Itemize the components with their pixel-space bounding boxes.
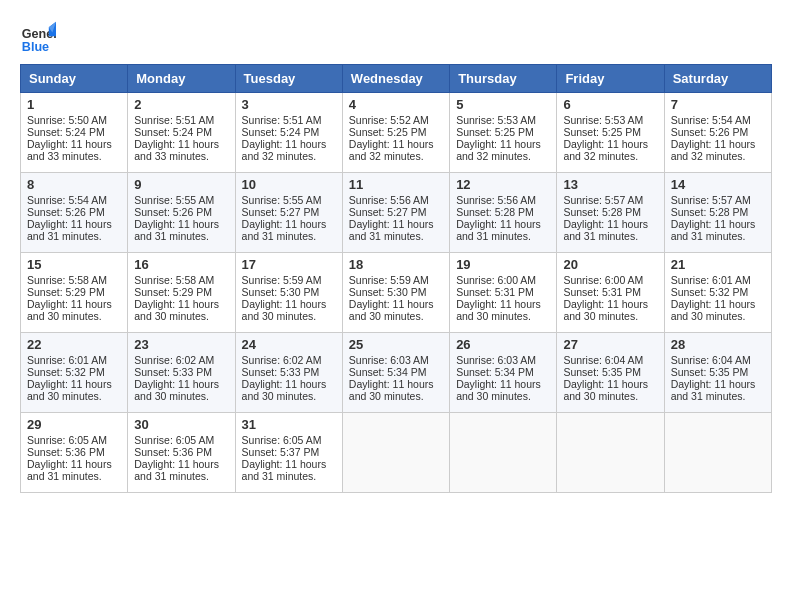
calendar-cell: 2 Sunrise: 5:51 AM Sunset: 5:24 PM Dayli… <box>128 93 235 173</box>
daylight-label: Daylight: 11 hours <box>456 378 541 390</box>
daylight-label: Daylight: 11 hours <box>456 298 541 310</box>
day-number: 4 <box>349 97 443 112</box>
daylight-label: Daylight: 11 hours <box>563 378 648 390</box>
day-header-saturday: Saturday <box>664 65 771 93</box>
sunrise-text: Sunrise: 5:50 AM <box>27 114 107 126</box>
sunset-text: Sunset: 5:35 PM <box>563 366 641 378</box>
sunrise-text: Sunrise: 6:03 AM <box>456 354 536 366</box>
logo: General Blue <box>20 20 56 56</box>
sunset-text: Sunset: 5:24 PM <box>242 126 320 138</box>
day-number: 25 <box>349 337 443 352</box>
daylight-minutes: and 32 minutes. <box>349 150 424 162</box>
calendar-cell: 12 Sunrise: 5:56 AM Sunset: 5:28 PM Dayl… <box>450 173 557 253</box>
calendar-cell: 24 Sunrise: 6:02 AM Sunset: 5:33 PM Dayl… <box>235 333 342 413</box>
daylight-label: Daylight: 11 hours <box>134 138 219 150</box>
sunset-text: Sunset: 5:32 PM <box>27 366 105 378</box>
sunrise-text: Sunrise: 6:00 AM <box>456 274 536 286</box>
week-row-1: 1 Sunrise: 5:50 AM Sunset: 5:24 PM Dayli… <box>21 93 772 173</box>
sunrise-text: Sunrise: 5:58 AM <box>134 274 214 286</box>
daylight-minutes: and 30 minutes. <box>134 310 209 322</box>
sunrise-text: Sunrise: 5:57 AM <box>563 194 643 206</box>
sunrise-text: Sunrise: 5:56 AM <box>349 194 429 206</box>
day-number: 6 <box>563 97 657 112</box>
day-number: 8 <box>27 177 121 192</box>
calendar-cell: 26 Sunrise: 6:03 AM Sunset: 5:34 PM Dayl… <box>450 333 557 413</box>
calendar-cell: 28 Sunrise: 6:04 AM Sunset: 5:35 PM Dayl… <box>664 333 771 413</box>
daylight-label: Daylight: 11 hours <box>134 218 219 230</box>
calendar-cell: 13 Sunrise: 5:57 AM Sunset: 5:28 PM Dayl… <box>557 173 664 253</box>
sunrise-text: Sunrise: 6:00 AM <box>563 274 643 286</box>
day-number: 12 <box>456 177 550 192</box>
sunset-text: Sunset: 5:31 PM <box>563 286 641 298</box>
day-number: 17 <box>242 257 336 272</box>
daylight-label: Daylight: 11 hours <box>242 138 327 150</box>
day-number: 30 <box>134 417 228 432</box>
sunset-text: Sunset: 5:24 PM <box>134 126 212 138</box>
sunset-text: Sunset: 5:35 PM <box>671 366 749 378</box>
sunset-text: Sunset: 5:26 PM <box>671 126 749 138</box>
daylight-minutes: and 30 minutes. <box>134 390 209 402</box>
day-number: 9 <box>134 177 228 192</box>
calendar-cell: 6 Sunrise: 5:53 AM Sunset: 5:25 PM Dayli… <box>557 93 664 173</box>
daylight-label: Daylight: 11 hours <box>27 378 112 390</box>
daylight-label: Daylight: 11 hours <box>349 218 434 230</box>
calendar-cell: 23 Sunrise: 6:02 AM Sunset: 5:33 PM Dayl… <box>128 333 235 413</box>
daylight-label: Daylight: 11 hours <box>349 138 434 150</box>
day-header-thursday: Thursday <box>450 65 557 93</box>
daylight-label: Daylight: 11 hours <box>134 298 219 310</box>
daylight-label: Daylight: 11 hours <box>27 218 112 230</box>
day-number: 1 <box>27 97 121 112</box>
sunrise-text: Sunrise: 6:01 AM <box>27 354 107 366</box>
sunrise-text: Sunrise: 6:02 AM <box>134 354 214 366</box>
sunset-text: Sunset: 5:33 PM <box>242 366 320 378</box>
week-row-4: 22 Sunrise: 6:01 AM Sunset: 5:32 PM Dayl… <box>21 333 772 413</box>
daylight-label: Daylight: 11 hours <box>456 218 541 230</box>
day-number: 23 <box>134 337 228 352</box>
calendar-cell: 14 Sunrise: 5:57 AM Sunset: 5:28 PM Dayl… <box>664 173 771 253</box>
daylight-label: Daylight: 11 hours <box>563 298 648 310</box>
daylight-minutes: and 30 minutes. <box>242 310 317 322</box>
calendar-cell: 22 Sunrise: 6:01 AM Sunset: 5:32 PM Dayl… <box>21 333 128 413</box>
week-row-5: 29 Sunrise: 6:05 AM Sunset: 5:36 PM Dayl… <box>21 413 772 493</box>
sunset-text: Sunset: 5:30 PM <box>242 286 320 298</box>
sunrise-text: Sunrise: 5:59 AM <box>349 274 429 286</box>
daylight-label: Daylight: 11 hours <box>671 138 756 150</box>
day-number: 21 <box>671 257 765 272</box>
sunrise-text: Sunrise: 5:54 AM <box>27 194 107 206</box>
sunrise-text: Sunrise: 5:56 AM <box>456 194 536 206</box>
daylight-label: Daylight: 11 hours <box>27 458 112 470</box>
calendar-cell: 17 Sunrise: 5:59 AM Sunset: 5:30 PM Dayl… <box>235 253 342 333</box>
day-number: 20 <box>563 257 657 272</box>
calendar-table: SundayMondayTuesdayWednesdayThursdayFrid… <box>20 64 772 493</box>
day-header-tuesday: Tuesday <box>235 65 342 93</box>
daylight-minutes: and 32 minutes. <box>242 150 317 162</box>
calendar-cell: 11 Sunrise: 5:56 AM Sunset: 5:27 PM Dayl… <box>342 173 449 253</box>
daylight-label: Daylight: 11 hours <box>242 218 327 230</box>
calendar-cell: 29 Sunrise: 6:05 AM Sunset: 5:36 PM Dayl… <box>21 413 128 493</box>
daylight-label: Daylight: 11 hours <box>242 298 327 310</box>
sunset-text: Sunset: 5:37 PM <box>242 446 320 458</box>
calendar-cell: 1 Sunrise: 5:50 AM Sunset: 5:24 PM Dayli… <box>21 93 128 173</box>
week-row-3: 15 Sunrise: 5:58 AM Sunset: 5:29 PM Dayl… <box>21 253 772 333</box>
calendar-cell: 18 Sunrise: 5:59 AM Sunset: 5:30 PM Dayl… <box>342 253 449 333</box>
day-number: 3 <box>242 97 336 112</box>
sunset-text: Sunset: 5:28 PM <box>563 206 641 218</box>
sunrise-text: Sunrise: 5:59 AM <box>242 274 322 286</box>
page-header: General Blue <box>20 20 772 56</box>
calendar-cell <box>450 413 557 493</box>
calendar-cell <box>342 413 449 493</box>
day-number: 28 <box>671 337 765 352</box>
daylight-minutes: and 31 minutes. <box>27 230 102 242</box>
day-number: 29 <box>27 417 121 432</box>
daylight-minutes: and 30 minutes. <box>563 390 638 402</box>
calendar-cell: 27 Sunrise: 6:04 AM Sunset: 5:35 PM Dayl… <box>557 333 664 413</box>
daylight-minutes: and 31 minutes. <box>242 230 317 242</box>
daylight-minutes: and 30 minutes. <box>563 310 638 322</box>
day-number: 16 <box>134 257 228 272</box>
day-number: 24 <box>242 337 336 352</box>
sunrise-text: Sunrise: 6:04 AM <box>563 354 643 366</box>
day-number: 5 <box>456 97 550 112</box>
daylight-minutes: and 32 minutes. <box>671 150 746 162</box>
day-number: 2 <box>134 97 228 112</box>
calendar-cell: 3 Sunrise: 5:51 AM Sunset: 5:24 PM Dayli… <box>235 93 342 173</box>
